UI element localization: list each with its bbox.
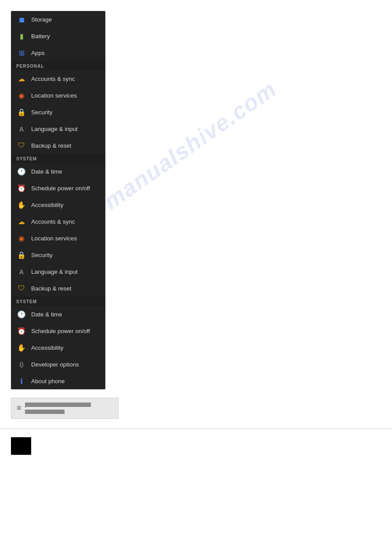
developer-icon: {} [16, 359, 27, 370]
security-icon-2: 🔒 [16, 250, 27, 260]
accessibility-icon-2: ✋ [16, 342, 27, 353]
date-icon-2: 🕐 [16, 309, 27, 319]
schedule-power-label-1: Schedule power on/off [31, 185, 90, 192]
sidebar-item-storage[interactable]: ◼ Storage [11, 11, 105, 28]
sidebar-item-date-time-2[interactable]: 🕐 Date & time [11, 306, 105, 323]
backup-icon-1: 🛡 [16, 140, 27, 151]
sidebar-item-backup-reset-2[interactable]: 🛡 Backup & reset [11, 280, 105, 297]
sidebar-item-language-input-2[interactable]: A Language & input [11, 263, 105, 280]
sidebar-item-apps[interactable]: ⊞ Apps [11, 44, 105, 61]
security-label-2: Security [31, 252, 53, 258]
accessibility-icon-1: ✋ [16, 200, 27, 210]
sidebar-item-language-input-1[interactable]: A Language & input [11, 120, 105, 137]
language-input-label-2: Language & input [31, 268, 78, 275]
battery-icon: ▮ [16, 31, 27, 41]
watermark: manualshive.com [99, 76, 281, 215]
date-time-label-2: Date & time [31, 311, 62, 318]
sidebar-item-developer-options[interactable]: {} Developer options [11, 356, 105, 373]
location-icon-1: ◉ [16, 90, 27, 101]
apps-icon: ⊞ [16, 47, 27, 58]
security-label-1: Security [31, 109, 53, 116]
schedule-icon-1: ⏰ [16, 183, 27, 193]
sidebar-item-schedule-power-1[interactable]: ⏰ Schedule power on/off [11, 180, 105, 196]
accounts-icon-2: ☁ [16, 216, 27, 227]
accounts-icon-1: ☁ [16, 73, 27, 84]
sidebar-item-date-time-1[interactable]: 🕐 Date & time [11, 163, 105, 180]
location-services-label-2: Location services [31, 235, 77, 242]
accounts-sync-label-1: Accounts & sync [31, 76, 75, 82]
language-input-label-1: Language & input [31, 126, 78, 132]
page-separator [0, 428, 392, 429]
sidebar-item-backup-reset-1[interactable]: 🛡 Backup & reset [11, 137, 105, 154]
about-icon: ℹ [16, 376, 27, 386]
sidebar-item-security-1[interactable]: 🔒 Security [11, 104, 105, 120]
sidebar-item-accessibility-2[interactable]: ✋ Accessibility [11, 339, 105, 356]
sidebar-item-accounts-sync-1[interactable]: ☁ Accounts & sync [11, 70, 105, 87]
about-phone-label: About phone [31, 378, 65, 385]
date-time-label-1: Date & time [31, 168, 62, 175]
sidebar-item-battery[interactable]: ▮ Battery [11, 28, 105, 44]
accessibility-label-1: Accessibility [31, 202, 64, 208]
settings-panel: ◼ Storage ▮ Battery ⊞ Apps PERSONAL ☁ Ac… [11, 11, 105, 389]
box-line-1 [25, 403, 91, 407]
sidebar-item-accounts-sync-2[interactable]: ☁ Accounts & sync [11, 213, 105, 230]
box-list-icon: ≡ [17, 403, 22, 413]
sidebar-item-schedule-power-2[interactable]: ⏰ Schedule power on/off [11, 323, 105, 339]
sidebar-item-accessibility-1[interactable]: ✋ Accessibility [11, 196, 105, 213]
date-icon-1: 🕐 [16, 166, 27, 177]
bottom-box-content [25, 403, 91, 414]
security-icon-1: 🔒 [16, 107, 27, 117]
sidebar-item-location-services-2[interactable]: ◉ Location services [11, 230, 105, 247]
black-square-element [11, 437, 31, 455]
sidebar-item-location-services-1[interactable]: ◉ Location services [11, 87, 105, 104]
backup-reset-label-1: Backup & reset [31, 142, 72, 149]
section-personal-header-1: PERSONAL [11, 61, 105, 70]
bottom-reference-box: ≡ [11, 398, 119, 419]
developer-options-label: Developer options [31, 361, 79, 368]
location-services-label-1: Location services [31, 92, 77, 99]
accounts-sync-label-2: Accounts & sync [31, 218, 75, 225]
apps-label: Apps [31, 50, 45, 56]
language-icon-2: A [16, 266, 27, 277]
battery-label: Battery [31, 33, 50, 40]
sidebar-item-security-2[interactable]: 🔒 Security [11, 247, 105, 263]
location-icon-2: ◉ [16, 233, 27, 243]
backup-icon-2: 🛡 [16, 283, 27, 294]
storage-label: Storage [31, 16, 52, 23]
accessibility-label-2: Accessibility [31, 345, 64, 351]
sidebar-item-about-phone[interactable]: ℹ About phone [11, 373, 105, 389]
backup-reset-label-2: Backup & reset [31, 285, 72, 292]
section-system-header-1: SYSTEM [11, 154, 105, 163]
section-system-header-2: SYSTEM [11, 297, 105, 306]
language-icon-1: A [16, 123, 27, 134]
box-line-2 [25, 410, 65, 414]
storage-icon: ◼ [16, 14, 27, 25]
schedule-power-label-2: Schedule power on/off [31, 328, 90, 334]
schedule-icon-2: ⏰ [16, 326, 27, 336]
